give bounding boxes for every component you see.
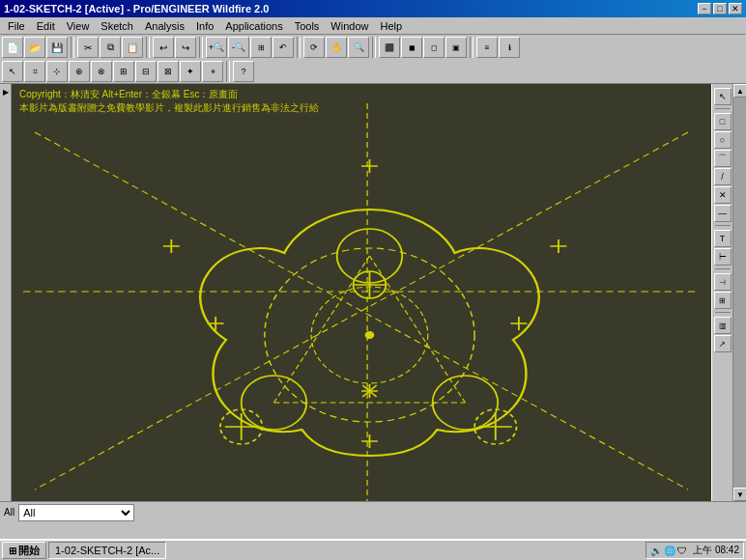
status-label: All: [4, 507, 14, 518]
rt-sep2: [715, 225, 731, 227]
menu-sketch[interactable]: Sketch: [95, 18, 139, 34]
tb2-sketch6[interactable]: ⊟: [135, 61, 157, 82]
tb-hidden[interactable]: ◻: [423, 37, 445, 58]
tb-new[interactable]: 📄: [2, 37, 23, 58]
taskbar: ⊞ 開始 1-02-SKETCH-2 [Ac... 🔊 🌐 🛡 上午 08:42: [0, 539, 746, 560]
copyright-line1: Copyright：林清安 Alt+Enter：全銀幕 Esc：原畫面: [19, 88, 319, 101]
sketch-canvas: [12, 84, 711, 501]
tb-info[interactable]: ℹ: [499, 37, 520, 58]
menu-view[interactable]: View: [61, 18, 96, 34]
tb-zoom-in[interactable]: +🔍: [206, 37, 227, 58]
scroll-up-button[interactable]: ▲: [733, 84, 746, 98]
tb2-select[interactable]: ↖: [2, 61, 23, 82]
tb2-help[interactable]: ?: [233, 61, 254, 82]
tb-shade[interactable]: ◼: [401, 37, 422, 58]
tb-undo[interactable]: ↩: [153, 37, 174, 58]
tb-zoom-fit[interactable]: ⊞: [250, 37, 272, 58]
menu-info[interactable]: Info: [190, 18, 219, 34]
tb2-sketch5[interactable]: ⊞: [113, 61, 134, 82]
menu-file[interactable]: File: [2, 18, 31, 34]
status-bar: All All: [0, 501, 746, 522]
taskbar-item-label: 1-02-SKETCH-2 [Ac...: [55, 545, 159, 556]
menu-help[interactable]: Help: [374, 18, 408, 34]
rt-circle[interactable]: ○: [714, 131, 732, 149]
rt-scale[interactable]: ⊞: [714, 292, 732, 309]
tray-icon-1: 🔊: [650, 546, 662, 556]
close-button[interactable]: ✕: [729, 3, 742, 14]
tb2-sketch1[interactable]: ⌗: [24, 61, 45, 82]
tb-cut[interactable]: ✂: [77, 37, 99, 58]
tb2-sep1: [226, 61, 230, 82]
copyright-overlay: Copyright：林清安 Alt+Enter：全銀幕 Esc：原畫面 本影片為…: [19, 88, 319, 115]
menu-applications[interactable]: Applications: [219, 18, 288, 34]
tb-sep2: [146, 37, 150, 58]
window-controls: − □ ✕: [698, 3, 742, 14]
rt-shade[interactable]: ▥: [714, 317, 732, 334]
menu-tools[interactable]: Tools: [289, 18, 326, 34]
menu-bar: File Edit View Sketch Analysis Info Appl…: [0, 17, 746, 35]
rt-dimension[interactable]: —: [714, 205, 732, 222]
tb-zoom-prev[interactable]: ↶: [273, 37, 294, 58]
tb2-sketch8[interactable]: ✦: [180, 61, 201, 82]
tb-copy[interactable]: ⧉: [100, 37, 121, 58]
tb-zoom-out[interactable]: -🔍: [228, 37, 249, 58]
tb2-sketch4[interactable]: ⊗: [91, 61, 112, 82]
tb2-sketch7[interactable]: ⊠: [158, 61, 179, 82]
tb-sep1: [71, 37, 74, 58]
rt-arrow[interactable]: ↗: [714, 335, 732, 352]
canvas-area[interactable]: Copyright：林清安 Alt+Enter：全銀幕 Esc：原畫面 本影片為…: [12, 84, 711, 501]
tb2-sketch3[interactable]: ⊕: [69, 61, 90, 82]
start-icon: ⊞: [9, 546, 16, 556]
tb-save[interactable]: 💾: [46, 37, 68, 58]
menu-edit[interactable]: Edit: [31, 18, 61, 34]
tb-paste[interactable]: 📋: [122, 37, 143, 58]
minimize-button[interactable]: −: [698, 3, 711, 14]
tb-sep3: [199, 37, 203, 58]
start-button[interactable]: ⊞ 開始: [2, 542, 46, 559]
window-title: 1-02-SKETCH-2 [Active] - Pro/ENGINEER Wi…: [4, 3, 269, 14]
svg-rect-0: [12, 84, 711, 501]
scroll-track[interactable]: [733, 98, 746, 488]
rt-sep1: [715, 108, 731, 110]
tb-sep4: [297, 37, 301, 58]
tb-wireframe[interactable]: ▣: [445, 37, 467, 58]
toolbar-area: 📄 📂 💾 ✂ ⧉ 📋 ↩ ↪ +🔍 -🔍 ⊞ ↶ ⟳ ✋ 🔍 ⬛ ◼ ◻ ▣ …: [0, 35, 746, 84]
start-label: 開始: [18, 544, 40, 558]
tb-rotate[interactable]: ⟳: [303, 37, 325, 58]
copyright-line2: 本影片為版書附贈之免費教學影片，複製此影片進行銷售為非法之行給: [19, 101, 319, 115]
rt-text[interactable]: T: [714, 230, 732, 247]
tb-redo[interactable]: ↪: [175, 37, 196, 58]
tb-sep5: [372, 37, 376, 58]
scroll-down-button[interactable]: ▼: [733, 488, 746, 501]
maximize-button[interactable]: □: [713, 3, 727, 14]
main-area: ▶ Copyright：林清安 Alt+Enter：全銀幕 Esc：原畫面 本影…: [0, 84, 746, 501]
right-scrollbar: ▲ ▼: [732, 84, 746, 501]
rt-trim[interactable]: ✕: [714, 186, 732, 204]
toolbar-row-2: ↖ ⌗ ⊹ ⊕ ⊗ ⊞ ⊟ ⊠ ✦ ⌖ ?: [0, 60, 746, 83]
rt-arc[interactable]: ⌒: [714, 150, 732, 167]
rt-palette[interactable]: ⊢: [714, 248, 732, 266]
taskbar-time: 上午 08:42: [693, 544, 739, 557]
rt-sep3: [715, 268, 731, 270]
tb-zoom-box[interactable]: 🔍: [348, 37, 369, 58]
menu-analysis[interactable]: Analysis: [139, 18, 190, 34]
tb-repaint[interactable]: ⬛: [379, 37, 400, 58]
left-arrow[interactable]: ▶: [3, 88, 9, 97]
tb-pan[interactable]: ✋: [326, 37, 347, 58]
menu-window[interactable]: Window: [325, 18, 374, 34]
tb2-sketch9[interactable]: ⌖: [202, 61, 223, 82]
right-toolbar: ↖ □ ○ ⌒ / ✕ — T ⊢ ⊣ ⊞ ▥ ↗: [711, 84, 732, 501]
status-select[interactable]: All: [18, 504, 134, 521]
taskbar-tray: 🔊 🌐 🛡 上午 08:42: [646, 542, 744, 559]
tb-layer[interactable]: ≡: [476, 37, 498, 58]
toolbar-row-1: 📄 📂 💾 ✂ ⧉ 📋 ↩ ↪ +🔍 -🔍 ⊞ ↶ ⟳ ✋ 🔍 ⬛ ◼ ◻ ▣ …: [0, 35, 746, 60]
rt-mirror[interactable]: ⊣: [714, 273, 732, 291]
rt-line[interactable]: /: [714, 168, 732, 185]
tray-icon-2: 🌐: [664, 546, 675, 556]
rt-select[interactable]: ↖: [714, 88, 732, 105]
rt-sep4: [715, 312, 731, 314]
tb2-sketch2[interactable]: ⊹: [46, 61, 68, 82]
rt-rectangle[interactable]: □: [714, 113, 732, 130]
tb-open[interactable]: 📂: [24, 37, 45, 58]
taskbar-item-sketch[interactable]: 1-02-SKETCH-2 [Ac...: [48, 542, 166, 559]
